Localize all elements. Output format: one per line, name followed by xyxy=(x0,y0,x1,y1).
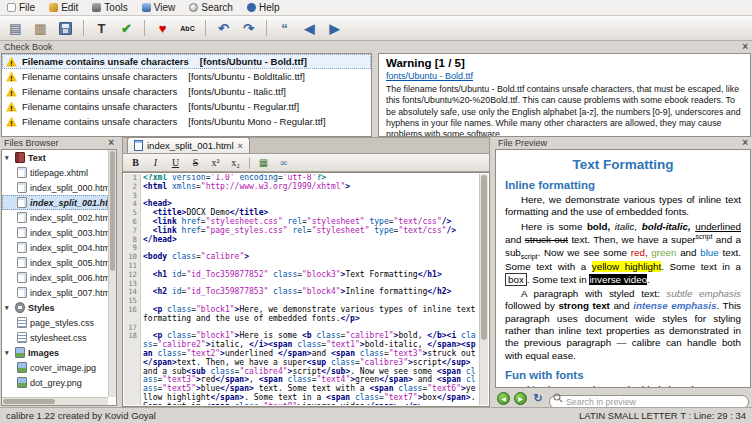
file-item[interactable]: stylesheet.css xyxy=(2,330,108,345)
menu-view[interactable]: View xyxy=(135,0,183,15)
close-icon[interactable]: × xyxy=(742,138,748,148)
menu-label: View xyxy=(154,2,176,13)
insert-hyperlink-button[interactable]: ∞ xyxy=(275,155,292,170)
menu-edit[interactable]: Edit xyxy=(42,0,85,15)
text-span: red xyxy=(631,247,645,258)
back-button[interactable]: ◀ xyxy=(497,392,510,405)
file-item[interactable]: cover_image.jpg xyxy=(2,360,108,375)
code-line-text: <p class="block1">Here is some <b class=… xyxy=(141,332,479,405)
spell-check-button[interactable]: AbC xyxy=(176,18,199,39)
file-name: stylesheet.css xyxy=(30,333,87,343)
check-item[interactable]: !Filename contains unsafe characters[fon… xyxy=(2,69,371,84)
bold-button[interactable]: B xyxy=(127,155,144,170)
code-line-text: <body class="calibre"> xyxy=(141,253,479,262)
files-section-text[interactable]: ▾Text xyxy=(2,150,108,165)
scrollbar-track[interactable] xyxy=(2,397,108,405)
check-item[interactable]: !Filename contains unsafe characters[fon… xyxy=(2,99,371,114)
check-book-detail: Warning [1 / 5] fonts/Ubuntu - Bold.ttf … xyxy=(378,53,751,137)
forward-button[interactable]: ▶ xyxy=(514,392,527,405)
smarten-punctuation-button[interactable]: “ xyxy=(273,18,296,39)
file-item[interactable]: index_split_007.html xyxy=(2,285,108,300)
menu-help[interactable]: Help xyxy=(240,0,287,15)
text-span: followed by xyxy=(505,300,558,311)
undo-button[interactable]: ↶ xyxy=(212,18,235,39)
scrollbar-thumb[interactable] xyxy=(481,175,487,340)
code-line[interactable]: 7 <link href="page_styles.css" rel="styl… xyxy=(124,227,479,236)
previous-file-button[interactable]: ◀ xyxy=(298,18,321,39)
file-name: index_split_001.html xyxy=(30,198,108,208)
insert-image-button[interactable]: ▦ xyxy=(255,155,272,170)
file-item[interactable]: titlepage.xhtml xyxy=(2,165,108,180)
subscript-button[interactable]: x₂ xyxy=(227,155,244,170)
underline-button[interactable]: U xyxy=(167,155,184,170)
code-line[interactable]: 8</head> xyxy=(124,236,479,245)
code-line[interactable]: 3 xyxy=(124,192,479,201)
file-item[interactable]: index_split_005.html xyxy=(2,255,108,270)
toolbar-separator xyxy=(266,20,267,36)
check-item[interactable]: !Filename contains unsafe characters[fon… xyxy=(2,84,371,99)
check-book-icon: ✔ xyxy=(121,22,132,35)
file-item[interactable]: index_split_001.html xyxy=(2,195,108,210)
page-icon xyxy=(17,272,27,283)
code-line[interactable]: 2<html xmlns="http://www.w3.org/1999/xht… xyxy=(124,183,479,192)
warning-file-link[interactable]: fonts/Ubuntu - Bold.ttf xyxy=(386,71,743,81)
tab-index-split-001[interactable]: index_split_001.html × xyxy=(127,137,250,153)
warning-icon: ! xyxy=(6,102,17,112)
file-item[interactable]: index_split_006.html xyxy=(2,270,108,285)
reload-preview-button[interactable]: ↻ xyxy=(531,392,545,405)
files-section-styles[interactable]: ▾Styles xyxy=(2,300,108,315)
new-file-button[interactable]: ▤ xyxy=(4,18,27,39)
warning-icon: ! xyxy=(6,117,17,127)
statusbar-version-text: calibre 1.22 created by Kovid Goyal xyxy=(6,410,156,421)
superscript-button[interactable]: x² xyxy=(207,155,224,170)
file-item[interactable]: dot_grey.png xyxy=(2,375,108,390)
redo-button[interactable]: ↷ xyxy=(237,18,260,39)
close-tab-icon[interactable]: × xyxy=(238,141,243,151)
menu-tools[interactable]: Tools xyxy=(85,0,134,15)
donate-button[interactable]: ♥ xyxy=(151,18,174,39)
code-editor[interactable]: 1<?xml version='1.0' encoding='utf-8'?>2… xyxy=(122,172,490,407)
search-icon xyxy=(553,393,563,403)
scrollbar-track[interactable] xyxy=(108,150,116,397)
text-span: This document has embedded the Ubuntu Fo… xyxy=(505,384,741,388)
code-line[interactable]: 12 <h1 id="id_Toc359877852" class="block… xyxy=(124,271,479,280)
strikethrough-button[interactable]: S xyxy=(187,155,204,170)
file-name: index_split_007.html xyxy=(30,288,108,298)
text-span: bold, xyxy=(587,221,615,232)
edit-toc-button[interactable]: T xyxy=(90,18,113,39)
check-item[interactable]: !Filename contains unsafe characters[fon… xyxy=(2,54,371,69)
close-icon[interactable]: × xyxy=(742,42,748,52)
text-span: Here is some xyxy=(521,221,587,232)
styles-icon xyxy=(15,302,25,313)
check-book-button[interactable]: ✔ xyxy=(115,18,138,39)
file-item[interactable]: page_styles.css xyxy=(2,315,108,330)
scrollbar-thumb[interactable] xyxy=(3,399,55,404)
code-line[interactable]: 18 <p class="block1">Here is some <b cla… xyxy=(124,332,479,405)
close-icon[interactable]: × xyxy=(108,138,114,148)
line-number: 18 xyxy=(124,332,141,405)
save-book-button[interactable] xyxy=(54,18,77,39)
check-book-list[interactable]: !Filename contains unsafe characters[fon… xyxy=(1,53,372,137)
file-item[interactable]: index_split_000.html xyxy=(2,180,108,195)
preview-paragraph: This document has embedded the Ubuntu Fo… xyxy=(505,384,741,388)
preview-paragraph: A paragraph with styled text: subtle emp… xyxy=(505,288,741,362)
scrollbar-track[interactable] xyxy=(479,174,488,405)
code-line[interactable]: 14 <h2 id="id_Toc359877853" class="block… xyxy=(124,288,479,297)
italic-button[interactable]: I xyxy=(147,155,164,170)
scrollbar-thumb[interactable] xyxy=(110,151,115,271)
check-item[interactable]: !Filename contains unsafe characters[fon… xyxy=(2,114,371,129)
file-item[interactable]: index_split_002.html xyxy=(2,210,108,225)
menu-file[interactable]: File xyxy=(0,0,42,15)
files-section-images[interactable]: ▾Images xyxy=(2,345,108,360)
file-item[interactable]: index_split_003.html xyxy=(2,225,108,240)
code-line[interactable]: 10<body class="calibre"> xyxy=(124,253,479,262)
open-book-icon: ▥ xyxy=(34,22,46,35)
code-line[interactable]: 16 <p class="block1">Here, we demonstrat… xyxy=(124,306,479,324)
text-span: yellow highlight xyxy=(592,261,661,272)
open-book-button[interactable]: ▥ xyxy=(29,18,52,39)
menu-search[interactable]: Search xyxy=(182,0,240,15)
text-span: blue xyxy=(700,247,719,258)
css-icon xyxy=(17,332,27,343)
next-file-button[interactable]: ▶ xyxy=(323,18,346,39)
file-item[interactable]: index_split_004.html xyxy=(2,240,108,255)
